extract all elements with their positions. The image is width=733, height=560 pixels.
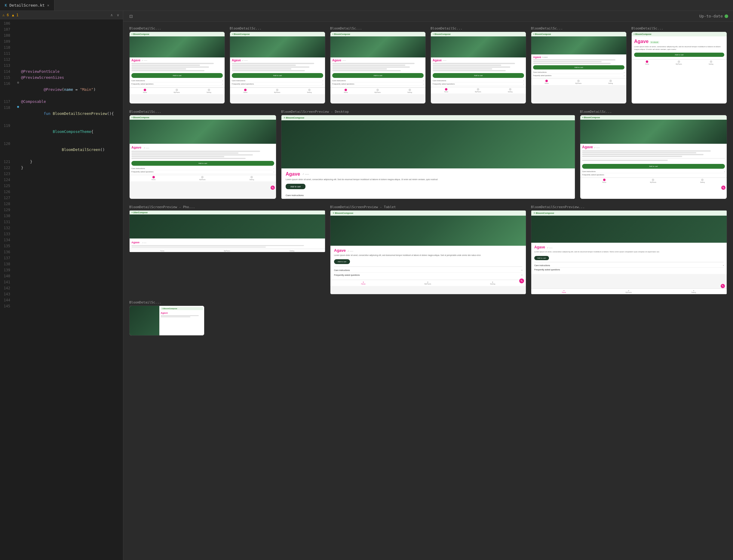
preview-label-phone-landscape: BloomDetailScreenPreview - Pho... [129, 205, 325, 209]
status-dot [725, 14, 728, 18]
code-line-129: 129 [0, 207, 123, 213]
code-line-143: 143 [0, 291, 123, 297]
preview-grid-row4: BloomDetailSc... ≡ BloomCompose Agave [129, 300, 727, 336]
code-toolbar: ⚠ 6 ▲ 1 ∧ ∨ [0, 11, 123, 19]
preview-item-3[interactable]: BloomDetailSc... ≡ BloomCompose Agave —— [330, 26, 426, 104]
code-line-134: 134 [0, 237, 123, 243]
code-line-112: 112 [0, 57, 123, 63]
main-content: ⚠ 6 ▲ 1 ∧ ∨ 106 107 108 [0, 11, 733, 560]
preview-card-row2-right[interactable]: ≡ BloomCompose Agave ✓ —— [580, 115, 727, 199]
code-line-141: 141 [0, 279, 123, 285]
preview-label-row2-left: BloomDetailSc... [129, 110, 276, 114]
code-line-116: 116 ⚙ @Preview(name = "Main") [0, 81, 123, 99]
code-navigation: ∧ ∨ [109, 12, 121, 18]
preview-item-1[interactable]: BloomDetailSc... ≡ BloomCompose Agave ✓ … [129, 26, 225, 104]
code-line-118: 118 ◉ fun BloomDetailScreenPreview(){ [0, 105, 123, 123]
preview-label-desktop: BloomDetailScreenPreview - Desktop [281, 110, 575, 114]
code-line-111: 111 [0, 51, 123, 57]
preview-card-desktop[interactable]: ≡ BloomCompose Agave ✓ —— Lorem ipsum do… [281, 115, 575, 199]
warning-indicator[interactable]: ▲ 1 [12, 13, 19, 17]
code-line-106: 106 [0, 20, 123, 26]
preview-label-5: BloomDetailSc... [531, 26, 627, 30]
warning-indicators: ⚠ 6 ▲ 1 [2, 13, 18, 17]
preview-item-tablet[interactable]: BloomDetailScreenPreview - Tablet ≡ Bloo… [330, 205, 526, 294]
code-line-119: 119 BloomComposeTheme{ [0, 123, 123, 141]
compose-preview-icon: ◉ [17, 105, 19, 109]
tab-bar: K DetailScreen.kt × [0, 0, 733, 11]
preview-panel: ⊡ Up-to-date BloomDetailSc... ≡ BloomCom… [123, 11, 733, 560]
file-tab[interactable]: K DetailScreen.kt × [0, 0, 54, 11]
code-line-108: 108 [0, 32, 123, 38]
code-line-139: 139 [0, 267, 123, 273]
code-line-120: 120 BloomDetailScreen() [0, 141, 123, 159]
preview-card-row2-left[interactable]: ≡ BloomCompose Agave ✓ —— [129, 115, 276, 199]
preview-card-tablet-alt[interactable]: ≡ BloomCompose Agave ✓ —— Lorem ipsum si… [531, 210, 727, 294]
preview-item-bottom[interactable]: BloomDetailSc... ≡ BloomCompose Agave [129, 300, 205, 336]
code-line-114: 114 @PreviewFontScale [0, 69, 123, 75]
preview-item-tablet-alt[interactable]: BloomDetailScreenPreview... ≡ BloomCompo… [531, 205, 727, 294]
preview-item-6[interactable]: BloomDetailSc... ≡ BloomCompose Agave In… [631, 26, 727, 104]
code-line-135: 135 [0, 243, 123, 249]
preview-label-6: BloomDetailSc... [631, 26, 727, 30]
code-editor[interactable]: 106 107 108 109 110 [0, 19, 123, 560]
preview-item-2[interactable]: BloomDetailSc... ≡ BloomCompose Agave ✓ … [230, 26, 325, 104]
code-line-144: 144 [0, 297, 123, 303]
preview-status: Up-to-date [699, 14, 728, 18]
preview-grid-row3: BloomDetailScreenPreview - Pho... ≡ Utte… [129, 205, 727, 294]
error-indicator[interactable]: ⚠ 6 [2, 13, 9, 17]
nav-down-button[interactable]: ∨ [116, 12, 121, 18]
code-line-122: 122 } [0, 165, 123, 171]
code-line-133: 133 [0, 231, 123, 237]
code-line-125: 125 [0, 183, 123, 189]
code-line-136: 136 [0, 249, 123, 255]
code-line-138: 138 [0, 261, 123, 267]
code-line-131: 131 [0, 219, 123, 225]
preview-card-1[interactable]: ≡ BloomCompose Agave ✓ —— [129, 32, 225, 104]
kotlin-icon: K [5, 3, 7, 8]
tab-filename: DetailScreen.kt [9, 3, 45, 8]
code-line-126: 126 [0, 189, 123, 195]
preview-card-4[interactable]: ≡ BloomCompose Agave —— [430, 32, 526, 104]
preview-label-row2-right: BloomDetailSc... [580, 110, 727, 114]
preview-item-row2-left[interactable]: BloomDetailSc... ≡ BloomCompose Agave ✓ … [129, 110, 276, 199]
preview-card-3[interactable]: ≡ BloomCompose Agave —— [330, 32, 426, 104]
preview-grid-row1: BloomDetailSc... ≡ BloomCompose Agave ✓ … [129, 26, 727, 104]
code-line-142: 142 [0, 285, 123, 291]
code-panel: ⚠ 6 ▲ 1 ∧ ∨ 106 107 108 [0, 11, 123, 560]
preview-card-5[interactable]: ≡ BloomCompose Agave In stock [531, 32, 627, 104]
preview-grid-row2: BloomDetailSc... ≡ BloomCompose Agave ✓ … [129, 110, 727, 199]
nav-up-button[interactable]: ∧ [109, 12, 114, 18]
preview-card-6[interactable]: ≡ BloomCompose Agave In stock Lorem ipsu… [631, 32, 727, 104]
code-line-109: 109 [0, 38, 123, 45]
preview-label-tablet: BloomDetailScreenPreview - Tablet [330, 205, 526, 209]
code-line-132: 132 [0, 225, 123, 231]
preview-label-3: BloomDetailSc... [330, 26, 426, 30]
preview-label-tablet-alt: BloomDetailScreenPreview... [531, 205, 727, 209]
preview-item-row2-right[interactable]: BloomDetailSc... ≡ BloomCompose Agave ✓ … [580, 110, 727, 199]
code-line-117: 117 @Composable [0, 99, 123, 105]
code-line-130: 130 [0, 213, 123, 219]
code-line-123: 123 [0, 171, 123, 177]
preview-label-bottom: BloomDetailSc... [129, 300, 205, 304]
code-line-121: 121 } [0, 159, 123, 165]
preview-card-2[interactable]: ≡ BloomCompose Agave ✓ —— [230, 32, 325, 104]
preview-card-phone-landscape[interactable]: ≡ UtterCompose Agave ✓ —— Home MyPlants [129, 210, 325, 252]
preview-label-2: BloomDetailSc... [230, 26, 325, 30]
code-line-128: 128 [0, 201, 123, 207]
split-view-button[interactable]: ⊡ [128, 13, 134, 20]
preview-item-5[interactable]: BloomDetailSc... ≡ BloomCompose Agave In… [531, 26, 627, 104]
preview-card-bottom[interactable]: ≡ BloomCompose Agave [129, 306, 205, 336]
tab-close-button[interactable]: × [47, 3, 49, 8]
code-line-127: 127 [0, 195, 123, 201]
preview-card-tablet[interactable]: ≡ BloomCompose Agave ✓ —— Lorem ipsum do… [330, 210, 526, 294]
preview-item-desktop[interactable]: BloomDetailScreenPreview - Desktop ≡ Blo… [281, 110, 575, 199]
code-line-140: 140 [0, 273, 123, 279]
gear-icon: ⚙ [17, 81, 19, 85]
code-line-137: 137 [0, 255, 123, 261]
preview-scroll-area[interactable]: BloomDetailSc... ≡ BloomCompose Agave ✓ … [123, 22, 733, 560]
code-line-145: 145 [0, 303, 123, 309]
preview-toolbar: ⊡ Up-to-date [123, 11, 733, 22]
status-text: Up-to-date [699, 14, 723, 18]
preview-item-4[interactable]: BloomDetailSc... ≡ BloomCompose Agave —— [430, 26, 526, 104]
preview-item-phone-landscape[interactable]: BloomDetailScreenPreview - Pho... ≡ Utte… [129, 205, 325, 294]
